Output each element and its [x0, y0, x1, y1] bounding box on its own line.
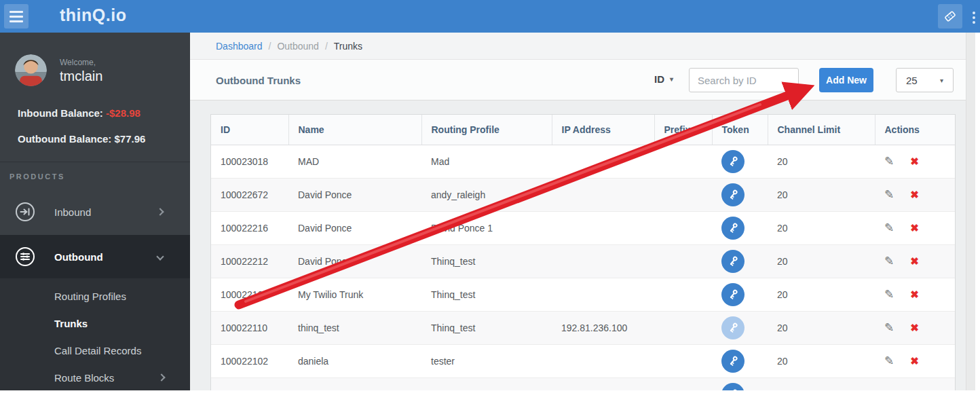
delete-x-icon[interactable]: ✖	[910, 355, 919, 367]
page-size-value: 25	[906, 75, 918, 86]
breadcrumb: Dashboard/Outbound/Trunks	[190, 33, 966, 60]
edit-pencil-icon[interactable]: ✎	[884, 154, 894, 168]
table-row: 100023018MADMad20✎✖	[211, 145, 956, 178]
delete-x-icon[interactable]: ✖	[910, 289, 919, 301]
sidebar-item-label: Inbound	[54, 206, 91, 218]
cell-prefix	[654, 211, 712, 244]
page-title: Outbound Trunks	[216, 75, 301, 86]
token-key-button[interactable]	[721, 150, 745, 173]
token-key-button[interactable]	[721, 217, 745, 240]
username: tmclain	[60, 69, 102, 84]
search-field-dropdown[interactable]: ID ▾	[654, 73, 673, 85]
cell-id	[211, 377, 288, 390]
hamburger-icon	[10, 11, 23, 13]
cell-ip-address	[552, 211, 654, 244]
cell-id: 100022110	[211, 311, 288, 344]
cell-ip-address: 192.81.236.100	[552, 311, 654, 344]
cell-prefix	[654, 145, 712, 178]
avatar[interactable]	[15, 54, 47, 86]
caret-down-icon: ▾	[670, 75, 673, 83]
cell-prefix	[654, 311, 712, 344]
table-row: 100022102danielatester20✎✖	[211, 344, 956, 377]
column-header-ip-address: IP Address	[552, 115, 654, 145]
submenu-item-label: Route Blocks	[54, 372, 114, 384]
cell-routing-profile: tester	[421, 344, 552, 377]
cell-prefix	[654, 344, 712, 377]
breadcrumb-item-trunks: Trunks	[334, 41, 362, 52]
cell-actions: ✎✖	[875, 311, 956, 344]
column-header-routing-profile: Routing Profile	[421, 115, 552, 145]
cell-ip-address	[552, 278, 654, 311]
trunks-table: ID Name Routing Profile IP Address Prefi…	[210, 114, 956, 390]
edit-pencil-icon[interactable]: ✎	[884, 354, 894, 368]
cell-prefix	[654, 278, 712, 311]
chevron-right-icon	[157, 373, 165, 381]
breadcrumb-separator: /	[325, 41, 328, 52]
token-key-button[interactable]	[721, 383, 745, 390]
edit-pencil-icon[interactable]: ✎	[884, 320, 894, 335]
edit-pencil-icon[interactable]: ✎	[884, 221, 894, 235]
table-row: 100022216David PonceDavid Ponce 120✎✖	[211, 211, 956, 244]
breadcrumb-item-dashboard[interactable]: Dashboard	[216, 41, 263, 52]
token-key-button[interactable]	[721, 316, 745, 339]
sidebar-subitem-route-blocks[interactable]: Route Blocks	[0, 364, 190, 391]
delete-x-icon[interactable]: ✖	[910, 155, 919, 168]
column-header-channel-limit: Channel Limit	[768, 115, 875, 145]
sidebar-subitem-trunks[interactable]: Trunks	[0, 310, 190, 337]
welcome-label: Welcome,	[60, 58, 96, 67]
cell-token	[712, 344, 768, 377]
cell-prefix	[654, 178, 712, 211]
cell-id: 100022162	[211, 278, 288, 311]
cell-routing-profile: andy_raleigh	[421, 178, 552, 211]
token-key-button[interactable]	[721, 250, 745, 273]
edit-pencil-icon[interactable]: ✎	[884, 254, 894, 268]
cell-token	[712, 278, 768, 311]
page-size-dropdown[interactable]: 25 ▾	[896, 68, 954, 92]
delete-x-icon[interactable]: ✖	[910, 222, 919, 234]
app-logo: thinQ.io	[60, 5, 126, 25]
submenu-item-label: Routing Profiles	[54, 291, 126, 302]
table-row: 100022110thinq_testThinq_test192.81.236.…	[211, 311, 956, 344]
sidebar-divider	[0, 162, 190, 162]
sidebar-subitem-call-detail-records[interactable]: Call Detail Records	[0, 337, 190, 364]
cell-id: 100022212	[211, 244, 288, 278]
cell-ip-address	[552, 244, 654, 278]
cell-name: David Ponce	[288, 211, 421, 244]
cell-id: 100023018	[211, 145, 288, 178]
sidebar-item-inbound[interactable]: Inbound	[0, 189, 190, 235]
submenu-item-label: Trunks	[54, 318, 88, 329]
cell-name	[288, 377, 421, 390]
search-input[interactable]	[689, 68, 799, 92]
kebab-menu-icon[interactable]	[973, 10, 975, 26]
cell-channel-limit: 20	[768, 244, 875, 278]
token-key-button[interactable]	[721, 350, 745, 373]
delete-x-icon[interactable]: ✖	[910, 322, 919, 334]
cell-ip-address	[552, 377, 654, 390]
edit-pencil-icon[interactable]: ✎	[884, 287, 894, 301]
sidebar-item-outbound[interactable]: Outbound	[0, 235, 190, 278]
add-new-button[interactable]: Add New	[819, 68, 873, 92]
edit-pencil-icon[interactable]: ✎	[884, 187, 894, 202]
delete-x-icon[interactable]: ✖	[910, 255, 919, 267]
cell-prefix	[654, 377, 712, 390]
column-header-token: Token	[712, 115, 768, 145]
tag-icon	[943, 9, 958, 24]
scrollbar-track[interactable]	[966, 33, 975, 390]
outbound-icon	[15, 246, 35, 267]
cell-routing-profile: Thinq_test	[421, 244, 552, 278]
cell-token	[712, 377, 768, 390]
cell-actions	[875, 377, 956, 390]
token-key-button[interactable]	[721, 183, 745, 206]
cell-name: daniela	[288, 344, 421, 377]
cell-channel-limit: 20	[768, 178, 875, 211]
hamburger-menu-button[interactable]	[4, 4, 29, 29]
delete-x-icon[interactable]: ✖	[910, 189, 919, 201]
tag-icon-button[interactable]	[938, 4, 962, 29]
cell-name: My Twilio Trunk	[288, 278, 421, 311]
cell-name: David Ponce	[288, 178, 421, 211]
token-key-button[interactable]	[721, 283, 745, 306]
cell-name: David Ponce	[288, 244, 421, 278]
cell-ip-address	[552, 145, 654, 178]
sidebar-subitem-routing-profiles[interactable]: Routing Profiles	[0, 282, 190, 310]
cell-channel-limit: 20	[768, 145, 875, 178]
